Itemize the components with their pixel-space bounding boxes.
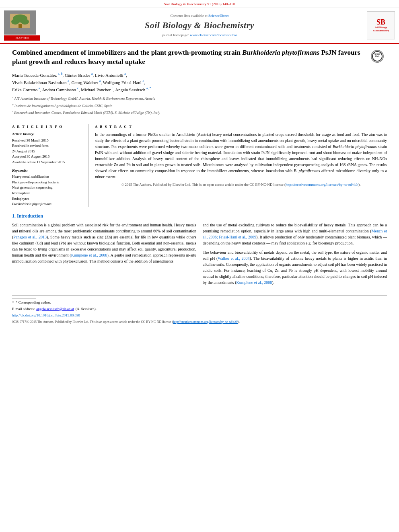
- keyword-6: Burkholderia phytofirmans: [12, 201, 83, 207]
- author-7: Erika Corretto a,: [12, 87, 42, 92]
- journal-logo-box: SB Soil Biology & Biochemistry: [367, 11, 395, 39]
- doi-link[interactable]: http://dx.doi.org/10.1016/j.soilbio.2015…: [12, 313, 80, 317]
- svg-text:Mark: Mark: [375, 55, 380, 58]
- intro-para-3: The behaviour and bioavailability of met…: [203, 249, 387, 286]
- history-item-3: 24 August 2015: [12, 149, 83, 154]
- author-8: Andrea Campisano c,: [42, 87, 80, 92]
- keywords-section: Keywords: Heavy metal stabilization Plan…: [12, 168, 83, 207]
- intro-right-col: and the use of metal excluding cultivars…: [203, 222, 387, 289]
- kumplene-ref-2[interactable]: Kumplene et al., 2008: [237, 280, 272, 285]
- mench-ref[interactable]: Mench et al., 2006; Friesl-Hanl et al., …: [203, 229, 387, 239]
- author-1: María Touceda-González a, b,: [12, 73, 65, 78]
- article-footer: * * Corresponding author. E-mail address…: [12, 295, 387, 324]
- journal-header: ELSEVIER Contents lists available at Sci…: [0, 8, 399, 45]
- bottom-bar-link[interactable]: http://creativecommons.org/licenses/by-n…: [173, 320, 238, 324]
- introduction-heading: 1. Introduction: [12, 213, 387, 220]
- email-link[interactable]: angela.sessitsch@ait.ac.at: [36, 306, 74, 312]
- crossmark-icon: Cross Mark: [371, 50, 384, 63]
- journal-top-line: Soil Biology & Biochemistry 91 (2015) 14…: [0, 0, 399, 8]
- journal-logo-right: SB Soil Biology & Biochemistry: [359, 11, 395, 39]
- intro-para-1: Soil contamination is a global problem w…: [12, 222, 196, 264]
- svg-point-2: [11, 19, 19, 25]
- license-text: © 2015 The Authors. Published by Elsevie…: [95, 182, 387, 187]
- authors-section: María Touceda-González a, b, Günter Brad…: [12, 72, 387, 94]
- doi-line: http://dx.doi.org/10.1016/j.soilbio.2015…: [12, 313, 387, 318]
- author-2: Günter Brader a,: [65, 73, 95, 78]
- science-direct-line: Contents lists available at ScienceDirec…: [40, 13, 359, 18]
- abstract-col: A B S T R A C T In the surroundings of a…: [95, 124, 387, 207]
- crossmark-section: Cross Mark: [371, 48, 387, 63]
- keywords-label: Keywords:: [12, 168, 83, 173]
- history-item-2: Received in revised form: [12, 143, 83, 148]
- author-9: Michael Pancher c,: [81, 87, 115, 92]
- abstract-header: A B S T R A C T: [95, 124, 387, 129]
- affiliation-b: b Instituto de Investigationes Agrobioló…: [12, 103, 387, 109]
- walker-ref[interactable]: Walker et al., 2004: [218, 256, 249, 261]
- author-10: Angela Sessitsch a, *: [115, 87, 151, 92]
- svg-point-3: [21, 19, 29, 25]
- intro-para-2: and the use of metal excluding cultivars…: [203, 222, 387, 246]
- affiliations: a AIT Austrian Institute of Technology G…: [12, 95, 387, 116]
- article-title: Combined amendment of immobilizers and t…: [12, 48, 371, 67]
- abstract-text: In the surroundings of a former Pb/Zn sm…: [95, 131, 387, 180]
- article-info-col: A R T I C L E I N F O Article history: R…: [12, 124, 88, 207]
- introduction-section: 1. Introduction Soil contamination is a …: [12, 213, 387, 289]
- journal-title: Soil Biology & Biochemistry: [40, 19, 359, 32]
- article-body: Combined amendment of immobilizers and t…: [0, 44, 399, 328]
- author-5: Georg Waldner a,: [71, 80, 103, 85]
- corresponding-author-note: * * Corresponding author.: [12, 300, 387, 306]
- keyword-1: Heavy metal stabilization: [12, 174, 83, 179]
- science-direct-link[interactable]: ScienceDirect: [208, 14, 228, 18]
- journal-citation: Soil Biology & Biochemistry 91 (2015) 14…: [164, 2, 235, 6]
- journal-homepage-link[interactable]: www.elsevier.com/locate/soilbio: [190, 33, 237, 37]
- introduction-cols: Soil contamination is a global problem w…: [12, 222, 387, 289]
- header-center: Contents lists available at ScienceDirec…: [40, 13, 359, 38]
- author-6: Wolfgang Friesl-Hanl a,: [103, 80, 145, 85]
- keyword-4: Rhizosphere: [12, 191, 83, 196]
- license-link[interactable]: http://creativecommons.org/licenses/by-n…: [286, 183, 358, 187]
- panagos-ref[interactable]: Panagos et al., 2013: [13, 235, 47, 239]
- journal-homepage: journal homepage: www.elsevier.com/locat…: [40, 33, 359, 38]
- article-info-abstract: A R T I C L E I N F O Article history: R…: [12, 120, 387, 207]
- author-4: Vivek Balakrishnan Ravindran a,: [12, 80, 71, 85]
- bottom-bar: 0038-0717/© 2015 The Authors. Published …: [12, 320, 387, 324]
- history-label: Article history:: [12, 131, 83, 137]
- elsevier-logo-image: [4, 10, 36, 35]
- affiliation-c: c Research and Innovation Centre, Fondaz…: [12, 109, 387, 116]
- keyword-3: Next generation sequencing: [12, 185, 83, 190]
- title-section: Combined amendment of immobilizers and t…: [12, 48, 387, 68]
- keyword-5: Endophytes: [12, 196, 83, 201]
- history-item-1: Received 30 March 2015: [12, 138, 83, 143]
- email-line: E-mail address: angela.sessitsch@ait.ac.…: [12, 306, 387, 312]
- svg-rect-4: [19, 24, 22, 28]
- affiliation-a: a AIT Austrian Institute of Technology G…: [12, 95, 387, 102]
- elsevier-logo: ELSEVIER: [4, 10, 40, 41]
- author-3: Livio Antonielli a,: [95, 73, 127, 78]
- history-item-5: Available online 11 September 2015: [12, 160, 83, 165]
- keyword-2: Plant growth-promoting bacteria: [12, 180, 83, 185]
- kumplene-ref-1[interactable]: Kumplene et al., 2008: [71, 253, 107, 257]
- lowest-text: lowest: [348, 268, 359, 273]
- intro-left-col: Soil contamination is a global problem w…: [12, 222, 196, 289]
- article-info-header: A R T I C L E I N F O: [12, 124, 83, 129]
- elsevier-label: ELSEVIER: [4, 35, 40, 41]
- history-item-4: Accepted 30 August 2015: [12, 154, 83, 159]
